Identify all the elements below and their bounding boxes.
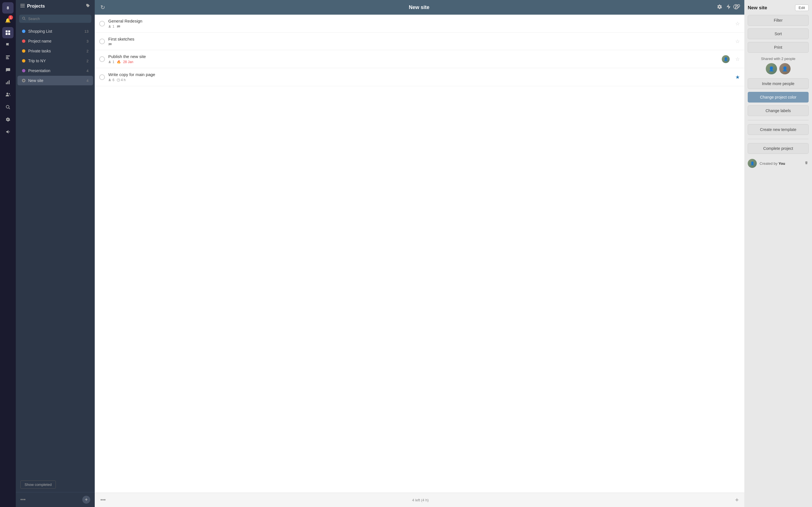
project-dot: [22, 40, 26, 43]
task-count: 4 left (4 h): [412, 498, 429, 502]
filter-button[interactable]: Filter: [748, 15, 809, 25]
tag-icon[interactable]: [86, 3, 90, 9]
svg-point-17: [87, 4, 87, 5]
shared-label: Shared with 2 people: [748, 57, 809, 61]
task-star-starred[interactable]: ★: [735, 74, 740, 80]
project-count: 2: [87, 49, 89, 53]
followers-meta: 6: [108, 78, 114, 82]
svg-rect-7: [6, 82, 7, 84]
complete-project-button[interactable]: Complete project: [748, 143, 809, 154]
refresh-icon[interactable]: ↻: [100, 4, 105, 11]
panel-title: Projects: [27, 4, 84, 9]
more-options-icon[interactable]: •••: [20, 497, 26, 503]
settings-nav-icon[interactable]: [2, 114, 13, 125]
delete-project-icon[interactable]: [804, 161, 809, 166]
shared-section: Shared with 2 people 👤 👤: [748, 57, 809, 74]
time-meta: 4 h: [117, 78, 126, 82]
svg-rect-6: [6, 58, 9, 59]
search-nav-icon[interactable]: [2, 101, 13, 113]
svg-point-25: [109, 79, 110, 80]
left-panel-header: Projects: [16, 0, 95, 12]
svg-rect-5: [6, 57, 8, 58]
add-task-button[interactable]: +: [735, 496, 739, 504]
left-panel: Projects Shopping List 13 Project name 3…: [16, 0, 95, 507]
projects-nav-icon[interactable]: [2, 27, 13, 38]
comment-meta: [108, 43, 112, 46]
header-lightning-icon[interactable]: [726, 4, 731, 11]
svg-point-23: [109, 25, 110, 27]
edit-button[interactable]: Edit: [795, 4, 809, 11]
table-row: Publish the new site 1 🔥 28 Jan 👤 ☆: [95, 50, 744, 68]
analytics-nav-icon[interactable]: [2, 76, 13, 88]
comments-nav-icon[interactable]: [2, 64, 13, 75]
notification-icon[interactable]: 🔔 1: [2, 15, 13, 26]
project-dot: [22, 79, 26, 82]
project-item-presentation[interactable]: Presentation 4: [17, 66, 93, 75]
main-project-title: New site: [110, 4, 728, 10]
task-checkbox[interactable]: [99, 56, 105, 62]
print-button[interactable]: Print: [748, 42, 809, 53]
svg-point-24: [109, 61, 110, 62]
invite-people-button[interactable]: Invite more people: [748, 78, 809, 89]
project-item-shopping-list[interactable]: Shopping List 13: [17, 26, 93, 36]
change-labels-button[interactable]: Change labels: [748, 105, 809, 116]
project-item-new-site[interactable]: New site 4: [17, 76, 93, 86]
task-meta: 1: [108, 24, 732, 29]
project-item-project-name[interactable]: Project name 3: [17, 36, 93, 46]
task-checkbox[interactable]: [99, 39, 105, 44]
project-name: Private tasks: [28, 49, 84, 53]
creator-name: You: [778, 161, 785, 166]
show-completed-area: Show completed: [16, 477, 95, 492]
task-star[interactable]: ☆: [735, 20, 740, 27]
task-star[interactable]: ☆: [735, 38, 740, 45]
project-dot: [22, 69, 26, 72]
task-checkbox[interactable]: [99, 74, 105, 80]
task-title: First sketches: [108, 37, 732, 41]
flag-nav-icon[interactable]: [2, 40, 13, 51]
project-name: Project name: [28, 39, 84, 43]
left-panel-footer: ••• +: [16, 492, 95, 507]
table-row: Write copy for main page 6 4 h ★: [95, 68, 744, 86]
project-item-private-tasks[interactable]: Private tasks 2: [17, 46, 93, 56]
add-project-button[interactable]: +: [82, 496, 90, 504]
shared-avatars: 👤 👤: [748, 63, 809, 74]
svg-rect-3: [8, 33, 10, 35]
divider: [748, 120, 809, 120]
creator-avatar: 👤: [748, 159, 757, 168]
svg-line-13: [9, 108, 10, 109]
team-nav-icon[interactable]: [2, 89, 13, 100]
project-count: 3: [87, 39, 89, 43]
task-body: Publish the new site 1 🔥 28 Jan: [108, 54, 718, 64]
show-completed-button[interactable]: Show completed: [20, 481, 56, 489]
create-template-button[interactable]: Create new template: [748, 124, 809, 135]
right-panel: New site Edit Filter Sort Print Shared w…: [744, 0, 812, 507]
user-avatar-icon[interactable]: 8: [2, 2, 13, 13]
task-meta: [108, 43, 732, 46]
project-name: New site: [28, 78, 84, 83]
svg-rect-14: [20, 4, 25, 4]
search-box: [19, 15, 91, 23]
icon-sidebar: 8 🔔 1: [0, 0, 16, 507]
task-body: First sketches: [108, 37, 732, 46]
main-header: ↻ New site: [95, 0, 744, 15]
avatar-2: 👤: [779, 63, 791, 74]
created-by-section: 👤 Created by You: [748, 159, 809, 168]
project-dot: [22, 30, 26, 33]
project-item-trip-to-ny[interactable]: Trip to NY 2: [17, 56, 93, 66]
header-link-icon[interactable]: [735, 4, 741, 11]
hamburger-icon[interactable]: [20, 3, 25, 9]
dashboard-nav-icon[interactable]: [2, 52, 13, 63]
change-project-color-button[interactable]: Change project color: [748, 92, 809, 103]
project-name: Presentation: [28, 68, 84, 73]
svg-rect-2: [6, 33, 8, 35]
announce-nav-icon[interactable]: [2, 126, 13, 137]
sort-button[interactable]: Sort: [748, 29, 809, 39]
header-settings-icon[interactable]: [717, 4, 722, 11]
task-title: Write copy for main page: [108, 72, 732, 77]
task-checkbox[interactable]: [99, 21, 105, 26]
search-input[interactable]: [19, 15, 91, 23]
task-star[interactable]: ☆: [735, 56, 740, 62]
task-body: Write copy for main page 6 4 h: [108, 72, 732, 82]
main-footer-dots[interactable]: •••: [100, 497, 106, 503]
svg-point-12: [6, 105, 9, 108]
